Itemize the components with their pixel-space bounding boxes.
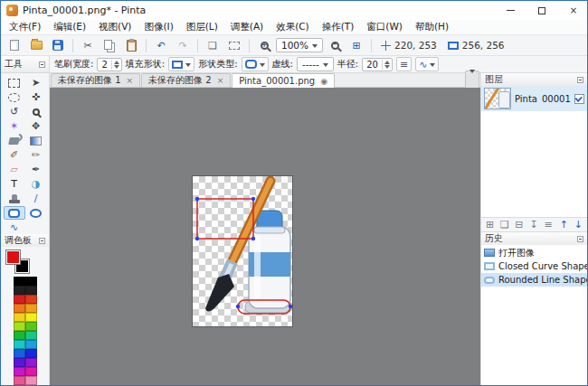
menu-window[interactable]: 窗口(W) — [360, 20, 409, 34]
move-selected-tool[interactable]: ➤ — [25, 76, 47, 89]
pan-tool[interactable]: ✥ — [25, 119, 47, 133]
magic-wand-tool[interactable]: ✶ — [4, 119, 25, 133]
tab-overflow-button[interactable] — [465, 71, 479, 89]
crop-to-selection-button[interactable]: ❏ — [203, 37, 223, 54]
layer-visibility-checkbox[interactable] — [574, 94, 584, 104]
tab-close-button[interactable]: × — [127, 76, 134, 85]
eraser-tool[interactable]: ▱ — [4, 163, 25, 176]
tab-close-button[interactable]: × — [217, 76, 224, 85]
minimize-button[interactable] — [497, 1, 524, 20]
palette-color-17[interactable] — [25, 349, 37, 358]
copy-button[interactable] — [100, 37, 119, 54]
menu-edit[interactable]: 编辑(E) — [47, 20, 92, 34]
deselect-button[interactable] — [224, 37, 244, 54]
open-image-button[interactable] — [26, 37, 46, 54]
palette-color-4[interactable] — [14, 295, 25, 304]
palette-color-10[interactable] — [14, 322, 25, 331]
text-tool[interactable]: T — [4, 177, 25, 191]
close-button[interactable]: × — [560, 1, 587, 20]
undo-button[interactable]: ↶ — [151, 37, 171, 54]
palette-color-1[interactable] — [25, 277, 37, 286]
rectangle-shape-tool[interactable] — [4, 206, 25, 220]
fill-style-dropdown[interactable] — [168, 57, 194, 71]
palette-color-7[interactable] — [25, 304, 37, 313]
palette-color-13[interactable] — [25, 331, 37, 340]
palette-color-5[interactable] — [25, 295, 37, 304]
zoom-out-button[interactable] — [325, 37, 345, 54]
tab-2[interactable]: 未保存的图像 2× — [141, 73, 231, 87]
palette-color-14[interactable] — [14, 340, 25, 349]
cut-button[interactable]: ✂ — [78, 37, 98, 54]
tab-1[interactable]: 未保存的图像 1× — [51, 73, 140, 87]
add-layer-button[interactable]: ⊞ — [483, 219, 497, 231]
palette-color-18[interactable] — [14, 358, 25, 367]
tab-3[interactable]: Pinta_00001.png◉ — [232, 73, 335, 88]
menu-addins[interactable]: 操作(T) — [316, 20, 361, 34]
palette-color-3[interactable] — [25, 286, 37, 295]
menu-effects[interactable]: 效果(C) — [270, 20, 316, 34]
layers-panel-collapse-button[interactable] — [577, 77, 583, 83]
rectangle-select-tool[interactable] — [4, 76, 25, 89]
pencil-tool[interactable]: ✏ — [25, 148, 47, 162]
gradient-tool[interactable] — [25, 134, 47, 147]
palette-color-16[interactable] — [14, 349, 25, 358]
clone-stamp-tool[interactable] — [4, 192, 25, 205]
palette-color-15[interactable] — [25, 340, 37, 349]
history-panel-collapse-button[interactable] — [577, 236, 583, 242]
move-layer-up-button[interactable]: ↑ — [557, 219, 571, 231]
new-image-button[interactable] — [5, 37, 24, 54]
tools-panel-collapse-button[interactable] — [39, 61, 45, 68]
radius-spinner[interactable]: 20 — [362, 58, 393, 71]
palette-color-8[interactable] — [14, 313, 25, 322]
paintbrush-tool[interactable]: ✐ — [4, 148, 25, 162]
paint-bucket-tool[interactable] — [4, 134, 25, 147]
menu-adjustments[interactable]: 调整(A) — [224, 20, 270, 34]
shape-type-dropdown[interactable] — [242, 57, 269, 71]
palette-color-23[interactable] — [25, 376, 37, 385]
menu-layers[interactable]: 图层(L) — [180, 20, 224, 34]
primary-color-swatch[interactable] — [5, 249, 21, 265]
freeform-shape-tool[interactable]: ∿ — [4, 221, 25, 234]
merge-layer-down-button[interactable]: ↧ — [526, 219, 540, 231]
palette-color-6[interactable] — [14, 304, 25, 313]
palette-color-9[interactable] — [25, 313, 37, 322]
palette-color-22[interactable] — [14, 376, 25, 385]
curve-style-dropdown[interactable]: ∿ — [415, 57, 439, 71]
palette-color-21[interactable] — [25, 367, 37, 376]
ellipse-shape-tool[interactable] — [25, 206, 47, 220]
palette-color-11[interactable] — [25, 322, 37, 331]
brush-width-spinner[interactable]: 2 — [97, 58, 121, 71]
redo-button[interactable]: ↷ — [173, 37, 193, 54]
lasso-select-tool[interactable]: ↺ — [4, 105, 25, 118]
menu-file[interactable]: 文件(F) — [3, 20, 47, 34]
radius-spin-arrows[interactable] — [382, 60, 392, 70]
recolor-tool[interactable]: ◑ — [25, 177, 47, 191]
move-selection-tool[interactable]: ✜ — [25, 90, 47, 104]
palette-color-19[interactable] — [25, 358, 37, 367]
palette-color-2[interactable] — [14, 286, 25, 295]
canvas-area[interactable] — [50, 88, 480, 385]
canvas-document[interactable] — [193, 176, 292, 326]
zoom-in-button[interactable] — [254, 37, 274, 54]
move-layer-down-button[interactable]: ↓ — [572, 219, 585, 231]
history-item-2[interactable]: Closed Curve Shape 已添加 — [481, 259, 587, 273]
menu-view[interactable]: 视图(V) — [92, 20, 138, 34]
paste-button[interactable] — [121, 37, 141, 54]
zoom-level-combo[interactable]: 100% — [276, 38, 323, 52]
save-button[interactable] — [48, 37, 68, 54]
menu-help[interactable]: 帮助(H) — [409, 20, 455, 34]
palette-color-20[interactable] — [14, 367, 25, 376]
zoom-fit-button[interactable]: ⊞ — [346, 37, 366, 54]
layer-properties-button[interactable]: ≡ — [542, 219, 555, 231]
brush-width-spin-arrows[interactable] — [111, 60, 121, 70]
duplicate-layer-button[interactable]: ❏ — [498, 219, 511, 231]
history-item-1[interactable]: 打开图像 — [481, 246, 587, 259]
layer-row[interactable]: Pinta_00001.p... — [481, 86, 587, 111]
eyedropper-tool[interactable]: ✒ — [25, 163, 47, 176]
palette-panel-collapse-button[interactable] — [39, 238, 45, 244]
ellipse-select-tool[interactable] — [4, 90, 25, 104]
history-item-3[interactable]: Rounded Line Shape 已添加 — [481, 273, 587, 287]
menu-image[interactable]: 图像(I) — [138, 20, 179, 34]
line-options-button[interactable]: ≡ — [396, 57, 412, 71]
palette-color-0[interactable] — [14, 277, 25, 286]
